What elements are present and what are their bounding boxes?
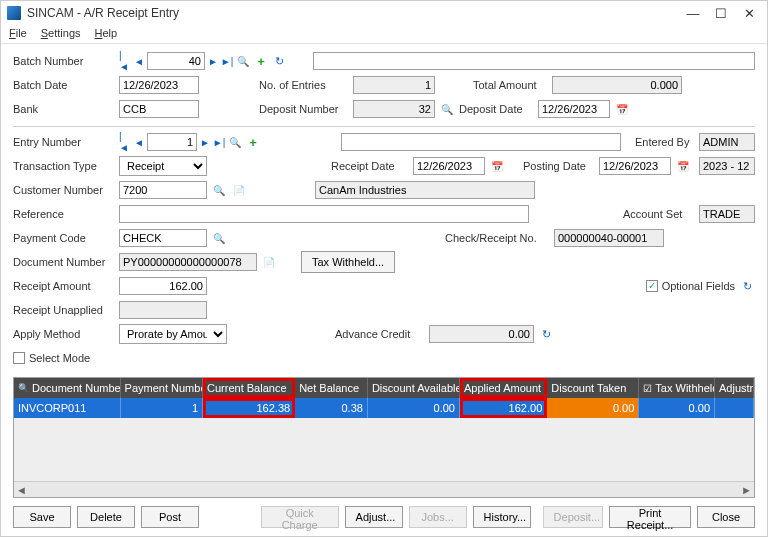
print-receipt-button[interactable]: Print Receipt...: [609, 506, 691, 528]
delete-button[interactable]: Delete: [77, 506, 135, 528]
menu-help[interactable]: Help: [95, 27, 118, 39]
scroll-right-icon[interactable]: ►: [741, 484, 752, 496]
cell-disctaken: 0.00: [547, 398, 639, 418]
cell-adj: [715, 398, 754, 418]
batch-desc-input[interactable]: [313, 52, 755, 70]
deposit-number-field: [353, 100, 435, 118]
grid-header-disctaken[interactable]: Discount Taken: [547, 378, 639, 398]
entry-new-icon[interactable]: [245, 134, 261, 150]
fiscal-period-field: [699, 157, 755, 175]
label-entered-by: Entered By: [635, 136, 695, 148]
label-document-number: Document Number: [13, 256, 115, 268]
grid-header-discavail[interactable]: Discount Available: [368, 378, 460, 398]
posting-date-input[interactable]: [599, 157, 671, 175]
label-customer-number: Customer Number: [13, 184, 115, 196]
entry-number-input[interactable]: [147, 133, 197, 151]
label-posting-date: Posting Date: [523, 160, 595, 172]
batch-first-icon[interactable]: |◄: [119, 53, 131, 69]
grid-header-netbal[interactable]: Net Balance: [295, 378, 368, 398]
account-set-field: [699, 205, 755, 223]
tax-withheld-button[interactable]: Tax Withheld...: [301, 251, 395, 273]
deposit-date-input[interactable]: [538, 100, 610, 118]
batch-last-icon[interactable]: ►|: [221, 53, 233, 69]
batch-date-input[interactable]: [119, 76, 199, 94]
transaction-type-select[interactable]: Receipt: [119, 156, 207, 176]
cell-discavail: 0.00: [368, 398, 460, 418]
batch-number-input[interactable]: [147, 52, 205, 70]
entered-by-field: [699, 133, 755, 151]
applied-grid[interactable]: Document Number Payment Number Current B…: [13, 377, 755, 498]
grid-header-payno[interactable]: Payment Number: [121, 378, 203, 398]
advance-credit-zoom-icon[interactable]: [538, 326, 554, 342]
posting-date-cal-icon[interactable]: [675, 158, 691, 174]
label-batch-number: Batch Number: [13, 55, 115, 67]
label-apply-method: Apply Method: [13, 328, 115, 340]
scroll-left-icon[interactable]: ◄: [16, 484, 27, 496]
grid-header-adj[interactable]: Adjustr: [715, 378, 754, 398]
grid-header-taxw[interactable]: Tax Withheld: [639, 378, 715, 398]
quick-charge-button: Quick Charge: [261, 506, 339, 528]
entry-last-icon[interactable]: ►|: [213, 134, 225, 150]
optional-fields-zoom-icon[interactable]: [739, 278, 755, 294]
batch-search-icon[interactable]: [235, 53, 251, 69]
minimize-button[interactable]: —: [681, 3, 705, 23]
payment-code-input[interactable]: [119, 229, 207, 247]
batch-next-icon[interactable]: ►: [207, 53, 219, 69]
label-total-amount: Total Amount: [473, 79, 548, 91]
customer-doc-icon[interactable]: [231, 182, 247, 198]
label-advance-credit: Advance Credit: [335, 328, 425, 340]
batch-refresh-icon[interactable]: [271, 53, 287, 69]
customer-search-icon[interactable]: [211, 182, 227, 198]
adjust-button[interactable]: Adjust...: [345, 506, 403, 528]
label-payment-code: Payment Code: [13, 232, 115, 244]
grid-scrollbar[interactable]: ◄ ►: [14, 481, 754, 497]
cell-docno: INVCORP011: [14, 398, 121, 418]
close-window-button[interactable]: ✕: [737, 3, 761, 23]
label-bank: Bank: [13, 103, 115, 115]
batch-new-icon[interactable]: [253, 53, 269, 69]
label-transaction-type: Transaction Type: [13, 160, 115, 172]
customer-number-input[interactable]: [119, 181, 207, 199]
close-button[interactable]: Close: [697, 506, 755, 528]
cell-curbal: 162.38: [203, 398, 295, 418]
cell-taxw: 0.00: [639, 398, 715, 418]
deposit-search-icon[interactable]: [439, 101, 455, 117]
label-receipt-date: Receipt Date: [331, 160, 409, 172]
table-row[interactable]: INVCORP011 1 162.38 0.38 0.00 162.00 0.0…: [14, 398, 754, 418]
reference-input[interactable]: [119, 205, 529, 223]
grid-header-applied[interactable]: Applied Amount: [460, 378, 547, 398]
document-doc-icon[interactable]: [261, 254, 277, 270]
total-amount-field: [552, 76, 682, 94]
document-number-field: [119, 253, 257, 271]
payment-code-search-icon[interactable]: [211, 230, 227, 246]
menu-settings[interactable]: Settings: [41, 27, 81, 39]
receipt-date-cal-icon[interactable]: [489, 158, 505, 174]
cell-payno: 1: [121, 398, 203, 418]
bank-input[interactable]: [119, 100, 199, 118]
batch-prev-icon[interactable]: ◄: [133, 53, 145, 69]
receipt-amount-input[interactable]: [119, 277, 207, 295]
label-no-of-entries: No. of Entries: [259, 79, 349, 91]
label-receipt-amount: Receipt Amount: [13, 280, 115, 292]
menu-file[interactable]: File: [9, 27, 27, 39]
label-entry-number: Entry Number: [13, 136, 115, 148]
save-button[interactable]: Save: [13, 506, 71, 528]
grid-header-docno[interactable]: Document Number: [14, 378, 121, 398]
label-deposit-date: Deposit Date: [459, 103, 534, 115]
entry-desc-input[interactable]: [341, 133, 621, 151]
entry-search-icon[interactable]: [227, 134, 243, 150]
grid-header-curbal[interactable]: Current Balance: [203, 378, 295, 398]
window-title: SINCAM - A/R Receipt Entry: [27, 6, 681, 20]
optional-fields-checkbox[interactable]: Optional Fields: [646, 280, 735, 292]
select-mode-checkbox[interactable]: Select Mode: [13, 352, 90, 364]
entry-first-icon[interactable]: |◄: [119, 134, 131, 150]
apply-method-select[interactable]: Prorate by Amount: [119, 324, 227, 344]
receipt-date-input[interactable]: [413, 157, 485, 175]
deposit-date-cal-icon[interactable]: [614, 101, 630, 117]
entry-prev-icon[interactable]: ◄: [133, 134, 145, 150]
entry-next-icon[interactable]: ►: [199, 134, 211, 150]
history-button[interactable]: History...: [473, 506, 531, 528]
customer-name-field: [315, 181, 535, 199]
maximize-button[interactable]: ☐: [709, 3, 733, 23]
post-button[interactable]: Post: [141, 506, 199, 528]
